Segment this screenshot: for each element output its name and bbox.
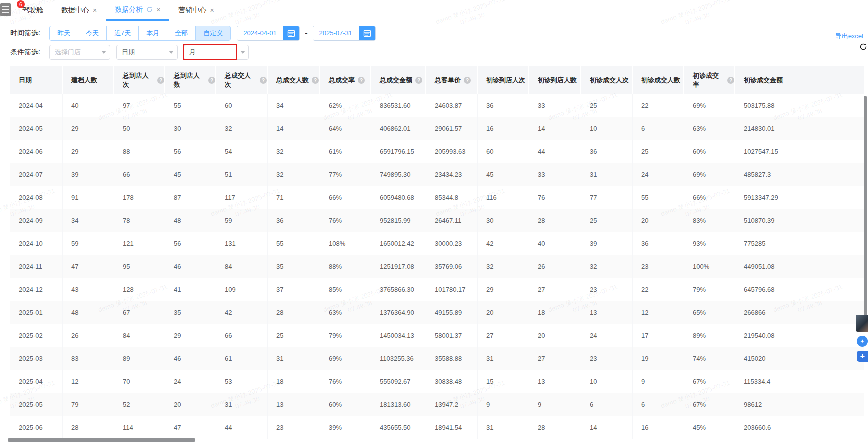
table-cell: 44 [529,140,581,163]
table-cell: 36 [633,232,684,255]
table-row: 2025-01486735422863%1376364.9049155.8920… [10,302,864,324]
condition-select-月[interactable]: 月 [184,45,249,60]
start-date-value[interactable]: 2024-04-01 [237,26,283,40]
tab-close-icon[interactable]: × [93,7,97,14]
table-cell: 20 [633,210,684,232]
table-cell: 36 [478,94,529,117]
floating-service-icon[interactable]: ✦ [857,336,868,347]
tab-label: 数据中心 [61,6,89,15]
end-date-input[interactable]: 2025-07-31 [313,26,376,41]
help-icon[interactable]: ? [157,77,164,84]
export-excel-link[interactable]: 导出excel [835,32,863,41]
table-cell: 24 [165,370,216,393]
data-table: 日期建档人数总到店人次?总到店人数?总成交人次?总成交人数?总成交率?总成交金额… [10,66,864,440]
chevron-down-icon[interactable] [236,46,248,60]
table-cell: 26467.11 [426,210,478,232]
floating-promo-thumbnail[interactable] [856,315,868,332]
table-cell: 16 [633,416,684,439]
help-icon[interactable]: ? [312,77,319,84]
table-cell: 35 [165,302,216,324]
table-cell: 6 [633,118,684,140]
table-cell: 18 [268,370,320,393]
vertical-scrollbar[interactable] [864,96,867,320]
table-cell: 101780.17 [426,278,478,301]
time-preset-group: 昨天今天近7天本月全部自定义 [49,26,231,41]
refresh-icon[interactable] [859,43,867,51]
table-cell: 32 [268,164,320,186]
table-cell: 131 [216,232,268,255]
table-cell: 2024-07 [10,164,63,186]
table-cell: 485827.3 [735,164,864,186]
table-cell: 37 [268,278,320,301]
help-icon[interactable]: ? [358,77,365,84]
time-preset-今天[interactable]: 今天 [78,26,107,41]
column-header-总成交率: 总成交率? [320,66,371,94]
table-cell: 2024-09 [10,210,63,232]
horizontal-scrollbar[interactable] [8,438,195,442]
table-cell: 15 [478,370,529,393]
table-cell: 20 [478,302,529,324]
tab-数据中心[interactable]: 数据中心× [52,0,106,21]
tab-营销中心[interactable]: 营销中心× [169,0,223,21]
tab-label: 驾驶舱 [22,6,43,15]
table-cell: 64% [320,118,371,140]
table-cell: 33 [529,164,581,186]
table-cell: 39 [581,232,633,255]
table-cell: 60% [684,140,735,163]
end-date-value[interactable]: 2025-07-31 [313,26,359,40]
table-header-row: 日期建档人数总到店人次?总到店人数?总成交人次?总成交人数?总成交率?总成交金额… [10,66,864,94]
table-cell: 181313.60 [371,394,426,416]
table-body: 2024-04409755603462%836531.6024603.87363… [10,94,864,440]
chevron-down-icon[interactable] [165,46,177,60]
help-icon[interactable]: ? [208,77,215,84]
table-cell: 10 [581,118,633,140]
table-cell: 28 [268,302,320,324]
time-preset-自定义[interactable]: 自定义 [195,26,231,41]
table-cell: 2024-05 [10,118,63,140]
table-cell: 87 [165,186,216,209]
table-cell: 42 [216,302,268,324]
table-cell: 29061.57 [426,118,478,140]
table-cell: 31 [478,348,529,370]
help-icon[interactable]: ? [415,77,422,84]
column-header-总客单价: 总客单价? [426,66,478,94]
time-preset-近7天[interactable]: 近7天 [106,26,139,41]
table-cell: 6 [581,394,633,416]
table-cell: 1650012.42 [371,232,426,255]
notification-badge: 6 [17,0,25,8]
time-preset-全部[interactable]: 全部 [167,26,196,41]
hamburger-icon [2,6,9,8]
condition-select-选择门店[interactable]: 选择门店 [49,45,110,60]
table-cell: 77 [581,186,633,209]
table-cell: 1376364.90 [371,302,426,324]
table-cell: 89% [684,324,735,347]
tab-close-icon[interactable]: × [210,7,214,14]
table-cell: 32 [581,256,633,278]
table-row: 2024-1243128411093785%3765866.30101780.1… [10,278,864,302]
help-icon[interactable]: ? [464,77,471,84]
table-cell: 2025-02 [10,324,63,347]
tab-数据分析[interactable]: 数据分析× [106,0,169,21]
table-cell: 27 [529,278,581,301]
table-cell: 2024-06 [10,140,63,163]
condition-select-日期[interactable]: 日期 [116,45,178,60]
start-date-input[interactable]: 2024-04-01 [237,26,300,41]
table-cell: 23 [581,348,633,370]
help-icon[interactable]: ? [727,77,734,84]
menu-toggle-button[interactable] [0,4,11,16]
time-preset-本月[interactable]: 本月 [138,26,167,41]
floating-assistant-icon[interactable]: ✚ [857,351,868,362]
chevron-down-icon[interactable] [98,46,110,60]
time-preset-昨天[interactable]: 昨天 [49,26,78,41]
tab-refresh-icon[interactable] [146,6,153,13]
tab-close-icon[interactable]: × [156,6,160,14]
table-cell: 17 [633,324,684,347]
column-label: 总到店人数 [174,72,205,90]
end-date-calendar-button[interactable] [359,26,376,41]
tab-label: 营销中心 [178,6,206,15]
help-icon[interactable]: ? [260,77,267,84]
table-cell: 16 [478,118,529,140]
column-label: 总成交人次 [225,72,257,90]
start-date-calendar-button[interactable] [283,26,300,41]
table-cell: 117 [216,186,268,209]
